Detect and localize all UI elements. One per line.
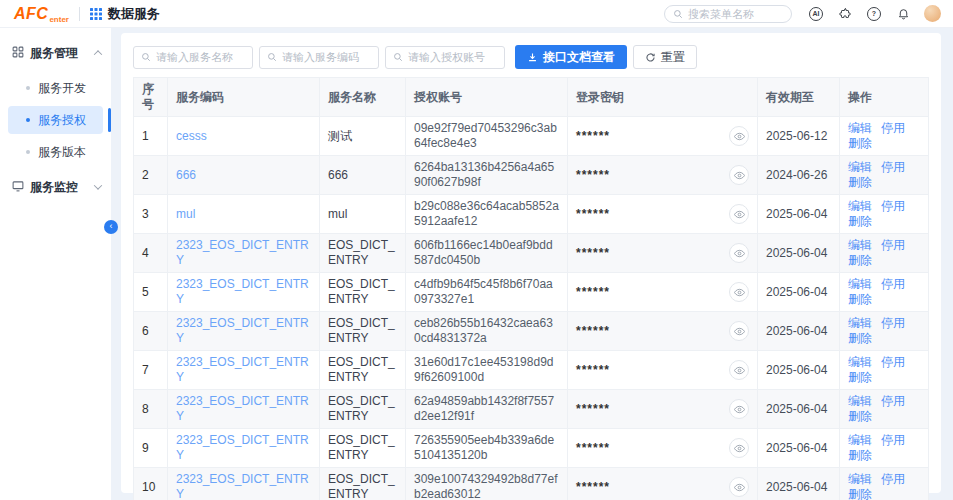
service-code-link[interactable]: mul: [176, 207, 195, 221]
sidebar-group-service-management[interactable]: 服务管理: [0, 36, 111, 70]
edit-link[interactable]: 编辑: [848, 394, 872, 408]
help-icon[interactable]: ?: [866, 6, 882, 22]
eye-icon: [734, 482, 745, 493]
password-mask: ******: [576, 129, 610, 144]
menu-search-box[interactable]: [664, 5, 792, 23]
app-title: 数据服务: [108, 5, 160, 23]
service-code-link[interactable]: cesss: [176, 129, 207, 143]
reveal-key-button[interactable]: [729, 165, 749, 185]
disable-link[interactable]: 停用: [881, 472, 905, 486]
delete-link[interactable]: 删除: [848, 370, 872, 384]
service-code-link[interactable]: 666: [176, 168, 196, 182]
disable-link[interactable]: 停用: [881, 355, 905, 369]
service-code-link[interactable]: 2323_EOS_DICT_ENTRY: [176, 355, 309, 384]
edit-link[interactable]: 编辑: [848, 433, 872, 447]
delete-link[interactable]: 删除: [848, 175, 872, 189]
disable-link[interactable]: 停用: [881, 433, 905, 447]
menu-search-input[interactable]: [688, 8, 778, 20]
disable-link[interactable]: 停用: [881, 121, 905, 135]
api-doc-view-button[interactable]: 接口文档查看: [515, 45, 627, 69]
edit-link[interactable]: 编辑: [848, 355, 872, 369]
disable-link[interactable]: 停用: [881, 199, 905, 213]
edit-link[interactable]: 编辑: [848, 316, 872, 330]
password-mask: ******: [576, 285, 610, 300]
edit-link[interactable]: 编辑: [848, 277, 872, 291]
reveal-key-button[interactable]: [729, 126, 749, 146]
edit-link[interactable]: 编辑: [848, 472, 872, 486]
service-monitoring-icon: [12, 178, 24, 196]
password-mask: ******: [576, 168, 610, 183]
disable-link[interactable]: 停用: [881, 160, 905, 174]
edit-link[interactable]: 编辑: [848, 160, 872, 174]
disable-link[interactable]: 停用: [881, 238, 905, 252]
disable-link[interactable]: 停用: [881, 316, 905, 330]
delete-link[interactable]: 删除: [848, 487, 872, 500]
eye-icon: [734, 287, 745, 298]
service-code-filter[interactable]: [259, 46, 379, 69]
service-code-link[interactable]: 2323_EOS_DICT_ENTRY: [176, 238, 309, 267]
delete-link[interactable]: 删除: [848, 409, 872, 423]
table-row: 6 2323_EOS_DICT_ENTRY EOS_DICT_ENTRY ceb…: [134, 312, 929, 351]
user-avatar[interactable]: [924, 5, 941, 22]
app-grid-icon[interactable]: [90, 8, 102, 20]
top-bar: AFC enter 数据服务 AI ?: [0, 0, 953, 28]
col-header-service-name: 服务名称: [320, 78, 406, 117]
search-icon: [393, 48, 403, 66]
reveal-key-button[interactable]: [729, 243, 749, 263]
content-card: 接口文档查看 重置 序号 服务编码 服务名称 授权账号 登录密钥: [121, 33, 941, 493]
reveal-key-button[interactable]: [729, 477, 749, 497]
delete-link[interactable]: 删除: [848, 214, 872, 228]
table-header-row: 序号 服务编码 服务名称 授权账号 登录密钥 有效期至 操作: [134, 78, 929, 117]
auth-account-input[interactable]: [408, 51, 500, 63]
main-content: 接口文档查看 重置 序号 服务编码 服务名称 授权账号 登录密钥: [111, 28, 953, 500]
delete-link[interactable]: 删除: [848, 292, 872, 306]
auth-account-filter[interactable]: [385, 46, 505, 69]
service-name-input[interactable]: [156, 51, 248, 63]
service-code-link[interactable]: 2323_EOS_DICT_ENTRY: [176, 472, 309, 500]
edit-link[interactable]: 编辑: [848, 121, 872, 135]
reveal-key-button[interactable]: [729, 282, 749, 302]
table-row: 1 cesss 测试 09e92f79ed70453296c3ab64fec8e…: [134, 117, 929, 156]
reveal-key-button[interactable]: [729, 204, 749, 224]
service-code-link[interactable]: 2323_EOS_DICT_ENTRY: [176, 316, 309, 345]
disable-link[interactable]: 停用: [881, 277, 905, 291]
edit-link[interactable]: 编辑: [848, 238, 872, 252]
reveal-key-button[interactable]: [729, 360, 749, 380]
reveal-key-button[interactable]: [729, 438, 749, 458]
password-mask: ******: [576, 363, 610, 378]
table-row: 4 2323_EOS_DICT_ENTRY EOS_DICT_ENTRY 606…: [134, 234, 929, 273]
eye-icon: [734, 131, 745, 142]
password-mask: ******: [576, 207, 610, 222]
sidebar-collapse-toggle[interactable]: ‹: [104, 220, 118, 234]
sidebar-item-service-authorization[interactable]: 服务授权: [8, 106, 103, 134]
sidebar-group-service-monitoring[interactable]: 服务监控: [0, 170, 111, 204]
service-code-link[interactable]: 2323_EOS_DICT_ENTRY: [176, 277, 309, 306]
col-header-operations: 操作: [840, 78, 929, 117]
table-row: 5 2323_EOS_DICT_ENTRY EOS_DICT_ENTRY c4d…: [134, 273, 929, 312]
password-mask: ******: [576, 480, 610, 495]
delete-link[interactable]: 删除: [848, 331, 872, 345]
eye-icon: [734, 209, 745, 220]
service-code-link[interactable]: 2323_EOS_DICT_ENTRY: [176, 433, 309, 462]
plugin-icon[interactable]: [837, 6, 853, 22]
notification-bell-icon[interactable]: [895, 6, 911, 22]
bullet-dot-icon: [26, 86, 30, 90]
sidebar-item-service-development[interactable]: 服务开发: [8, 74, 103, 102]
delete-link[interactable]: 删除: [848, 448, 872, 462]
delete-link[interactable]: 删除: [848, 136, 872, 150]
password-mask: ******: [576, 246, 610, 261]
delete-link[interactable]: 删除: [848, 253, 872, 267]
disable-link[interactable]: 停用: [881, 394, 905, 408]
reset-button[interactable]: 重置: [633, 45, 697, 69]
service-code-input[interactable]: [282, 51, 374, 63]
eye-icon: [734, 170, 745, 181]
reveal-key-button[interactable]: [729, 321, 749, 341]
service-name-filter[interactable]: [133, 46, 253, 69]
sidebar-item-service-version[interactable]: 服务版本: [8, 138, 103, 166]
brand-logo: AFC: [14, 5, 48, 23]
ai-assistant-icon[interactable]: AI: [808, 6, 824, 22]
service-code-link[interactable]: 2323_EOS_DICT_ENTRY: [176, 394, 309, 423]
table-row: 10 2323_EOS_DICT_ENTRY EOS_DICT_ENTRY 30…: [134, 468, 929, 500]
edit-link[interactable]: 编辑: [848, 199, 872, 213]
reveal-key-button[interactable]: [729, 399, 749, 419]
